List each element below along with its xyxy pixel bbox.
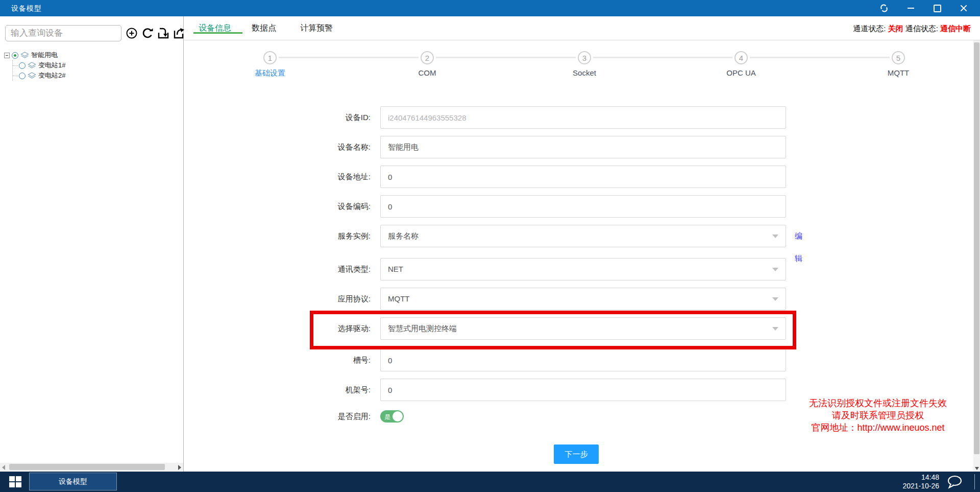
active-tab-underline <box>193 32 242 34</box>
next-step-button[interactable]: 下一步 <box>554 444 599 464</box>
slot-input[interactable] <box>380 349 786 371</box>
sync-icon <box>880 4 888 12</box>
channel-status-value: 关闭 <box>888 24 903 33</box>
status-line: 通道状态: 关闭 通信状态: 通信中断 <box>853 24 971 34</box>
device-name-input[interactable] <box>380 136 786 158</box>
tree-node-label: 变电站2# <box>38 71 65 80</box>
close-button[interactable] <box>950 0 977 16</box>
scrollbar-thumb[interactable] <box>9 464 165 470</box>
driver-select[interactable]: 智慧式用电测控终端 <box>380 317 786 340</box>
import-button[interactable] <box>156 26 170 41</box>
device-code-input[interactable] <box>380 195 786 218</box>
chat-button[interactable] <box>946 475 963 491</box>
scroll-down-icon[interactable] <box>975 467 979 470</box>
add-circle-icon <box>125 27 138 40</box>
form-row-comm-type: 通讯类型: NET <box>184 258 796 280</box>
comm-type-label: 通讯类型: <box>184 258 371 280</box>
tree-node-substation1[interactable]: 变电站1# <box>13 60 65 71</box>
tree-node-root[interactable]: 智能用电 <box>4 50 65 60</box>
scrollbar-thumb[interactable] <box>974 42 979 454</box>
device-id-input[interactable] <box>380 106 786 129</box>
form-row-enable: 是否启用: 是 <box>184 410 796 423</box>
maximize-button[interactable] <box>924 0 950 16</box>
horizontal-scrollbar[interactable] <box>0 463 183 471</box>
taskbar: 设备模型 14:48 2021-10-26 <box>0 472 980 492</box>
chevron-down-icon <box>772 297 778 301</box>
main-content: 设备信息 数据点 计算预警 通道状态: 关闭 通信状态: 通信中断 1 2 <box>184 16 980 472</box>
service-instance-label: 服务实例: <box>184 225 371 247</box>
radio-selected-icon[interactable] <box>12 52 18 59</box>
form-row-device-id: 设备ID: <box>184 106 796 129</box>
form-row-device-address: 设备地址: <box>184 166 796 188</box>
form-row-service-instance: 服务实例: 服务名称 编辑 <box>184 225 796 247</box>
app-protocol-label: 应用协议: <box>184 288 371 310</box>
vertical-scrollbar[interactable] <box>973 40 980 472</box>
tab-calc-alert[interactable]: 计算预警 <box>300 23 333 34</box>
clock-time: 14:48 <box>902 473 939 482</box>
device-id-label: 设备ID: <box>184 106 371 129</box>
refresh-icon <box>141 27 154 40</box>
app-protocol-select[interactable]: MQTT <box>380 288 786 310</box>
tab-bar: 设备信息 数据点 计算预警 通道状态: 关闭 通信状态: 通信中断 <box>184 16 980 40</box>
layers-icon <box>20 52 29 59</box>
form-row-app-protocol: 应用协议: MQTT <box>184 288 796 310</box>
search-input[interactable] <box>5 25 121 41</box>
driver-label: 选择驱动: <box>184 317 371 340</box>
rack-input[interactable] <box>380 379 786 401</box>
rack-label: 机架号: <box>184 379 371 401</box>
tab-device-info[interactable]: 设备信息 <box>199 23 231 34</box>
step-connector <box>593 57 732 58</box>
device-code-label: 设备编码: <box>184 195 371 218</box>
form-row-slot: 槽号: <box>184 349 796 371</box>
show-desktop-divider[interactable] <box>974 474 975 489</box>
enable-toggle[interactable]: 是 <box>380 410 404 423</box>
scroll-left-icon[interactable] <box>2 465 5 470</box>
toggle-on-text: 是 <box>384 413 390 421</box>
step-connector <box>750 57 890 58</box>
enable-label: 是否启用: <box>184 410 371 423</box>
step-label-basic: 基础设置 <box>239 68 301 78</box>
start-button[interactable] <box>9 476 21 487</box>
tab-label: 数据点 <box>252 24 276 32</box>
scroll-right-icon[interactable] <box>178 465 181 470</box>
device-address-label: 设备地址: <box>184 166 371 188</box>
refresh-tree-button[interactable] <box>140 26 155 41</box>
step-connector <box>279 57 419 58</box>
tree-children: 变电站1# 变电站2# <box>12 60 65 81</box>
tab-label: 计算预警 <box>300 24 333 32</box>
license-warning-line: 无法识别授权文件或注册文件失效 <box>791 397 965 409</box>
form-row-rack: 机架号: <box>184 379 796 401</box>
step-circle-1: 1 <box>263 51 277 64</box>
tab-data-points[interactable]: 数据点 <box>252 23 276 34</box>
step-connector <box>436 57 576 58</box>
device-address-input[interactable] <box>380 166 786 188</box>
step-circle-5: 5 <box>892 51 905 64</box>
clock-date: 2021-10-26 <box>902 482 939 490</box>
service-instance-select[interactable]: 服务名称 <box>380 225 786 247</box>
tree-toolbar <box>125 26 186 41</box>
taskbar-app-button[interactable]: 设备模型 <box>29 473 117 490</box>
chevron-down-icon <box>772 268 778 271</box>
minimize-button[interactable] <box>897 0 924 16</box>
tree-node-substation2[interactable]: 变电站2# <box>13 71 65 81</box>
radio-icon[interactable] <box>19 73 26 79</box>
device-name-label: 设备名称: <box>184 136 371 158</box>
windows-icon <box>9 476 15 481</box>
license-warning-line: 请及时联系管理员授权 <box>791 409 965 421</box>
taskbar-clock[interactable]: 14:48 2021-10-26 <box>902 473 939 490</box>
chat-bubble-icon <box>946 475 963 489</box>
tree-node-label: 变电站1# <box>38 61 65 70</box>
step-label-com: COM <box>397 68 458 77</box>
step-label-mqtt: MQTT <box>868 68 929 77</box>
tab-label: 设备信息 <box>199 24 231 32</box>
add-device-button[interactable] <box>125 26 139 41</box>
license-warning-line: 官网地址：http://www.ineuos.net <box>791 421 965 434</box>
step-label-socket: Socket <box>554 68 615 77</box>
layers-icon <box>28 72 36 80</box>
chevron-down-icon <box>772 327 778 331</box>
radio-icon[interactable] <box>19 62 26 69</box>
comm-type-select[interactable]: NET <box>380 258 786 280</box>
sync-button[interactable] <box>871 0 897 16</box>
tree-node-label: 智能用电 <box>31 51 58 60</box>
collapse-icon[interactable] <box>4 53 10 58</box>
